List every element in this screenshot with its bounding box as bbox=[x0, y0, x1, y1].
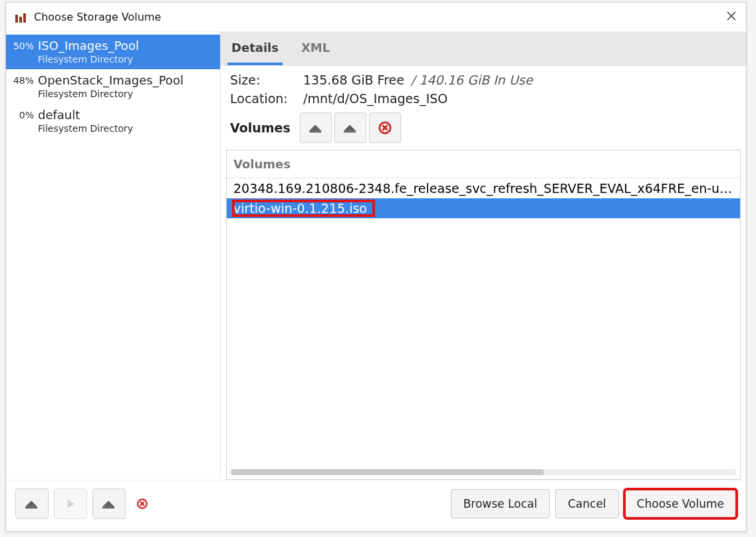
cancel-button[interactable]: Cancel bbox=[555, 489, 619, 518]
horizontal-scrollbar[interactable] bbox=[231, 469, 736, 475]
pool-item-default[interactable]: 0% default Filesystem Directory bbox=[6, 104, 220, 138]
volume-name: virtio-win-0.1.215.iso bbox=[233, 201, 367, 216]
svg-rect-4 bbox=[102, 507, 114, 509]
volume-row-selected[interactable]: virtio-win-0.1.215.iso bbox=[227, 198, 740, 218]
stop-pool-button[interactable] bbox=[92, 488, 126, 519]
pool-usage-pct: 0% bbox=[10, 108, 38, 122]
tab-bar: Details XML bbox=[221, 32, 746, 66]
svg-rect-1 bbox=[344, 131, 356, 133]
window-title: Choose Storage Volume bbox=[34, 11, 161, 23]
pool-item-iso-images[interactable]: 50% ISO_Images_Pool Filesystem Directory bbox=[6, 35, 220, 69]
pool-type: Filesystem Directory bbox=[38, 123, 215, 135]
pool-list: 50% ISO_Images_Pool Filesystem Directory… bbox=[6, 32, 221, 480]
browse-local-button[interactable]: Browse Local bbox=[451, 489, 550, 518]
size-divider: / bbox=[411, 73, 415, 87]
delete-volume-button[interactable] bbox=[369, 112, 401, 143]
size-used: 140.16 GiB In Use bbox=[419, 73, 533, 87]
volume-column-header: Volumes bbox=[227, 150, 740, 178]
volumes-label: Volumes bbox=[230, 120, 291, 135]
pool-usage-pct: 48% bbox=[10, 73, 38, 87]
close-icon[interactable] bbox=[726, 10, 737, 24]
scrollbar-thumb[interactable] bbox=[231, 469, 544, 475]
app-icon bbox=[15, 12, 29, 23]
dialog-footer: Browse Local Cancel Choose Volume bbox=[6, 480, 746, 531]
location-value: /mnt/d/OS_Images_ISO bbox=[303, 91, 447, 106]
pool-type: Filesystem Directory bbox=[38, 54, 215, 66]
pool-item-openstack-images[interactable]: 48% OpenStack_Images_Pool Filesystem Dir… bbox=[6, 69, 220, 104]
titlebar: Choose Storage Volume bbox=[6, 3, 746, 32]
pool-name: default bbox=[38, 108, 215, 123]
choose-volume-button[interactable]: Choose Volume bbox=[624, 489, 737, 518]
storage-volume-dialog: Choose Storage Volume 50% ISO_Images_Poo… bbox=[5, 2, 747, 532]
size-label: Size: bbox=[230, 73, 303, 87]
delete-pool-button[interactable] bbox=[131, 488, 154, 519]
tab-xml[interactable]: XML bbox=[297, 32, 334, 65]
selected-volume-highlight: virtio-win-0.1.215.iso bbox=[233, 201, 374, 216]
pool-type: Filesystem Directory bbox=[38, 89, 215, 100]
svg-rect-3 bbox=[25, 507, 37, 509]
details-panel: Details XML Size: 135.68 GiB Free / 140.… bbox=[221, 32, 746, 480]
add-pool-button[interactable] bbox=[15, 488, 49, 519]
pool-details: Size: 135.68 GiB Free / 140.16 GiB In Us… bbox=[221, 66, 746, 146]
dialog-body: 50% ISO_Images_Pool Filesystem Directory… bbox=[6, 32, 746, 480]
new-volume-button[interactable] bbox=[300, 112, 332, 143]
svg-rect-0 bbox=[309, 131, 321, 133]
volume-list: Volumes 20348.169.210806-2348.fe_release… bbox=[226, 150, 741, 480]
pool-name: OpenStack_Images_Pool bbox=[38, 73, 215, 89]
location-label: Location: bbox=[230, 91, 303, 106]
size-free: 135.68 GiB Free bbox=[303, 73, 404, 87]
volumes-toolbar: Volumes bbox=[230, 112, 737, 143]
refresh-volumes-button[interactable] bbox=[334, 112, 366, 143]
start-pool-button[interactable] bbox=[54, 488, 87, 519]
pool-usage-pct: 50% bbox=[10, 39, 38, 53]
volume-row[interactable]: 20348.169.210806-2348.fe_release_svc_ref… bbox=[227, 178, 740, 198]
tab-details[interactable]: Details bbox=[227, 32, 283, 65]
pool-name: ISO_Images_Pool bbox=[38, 39, 215, 54]
